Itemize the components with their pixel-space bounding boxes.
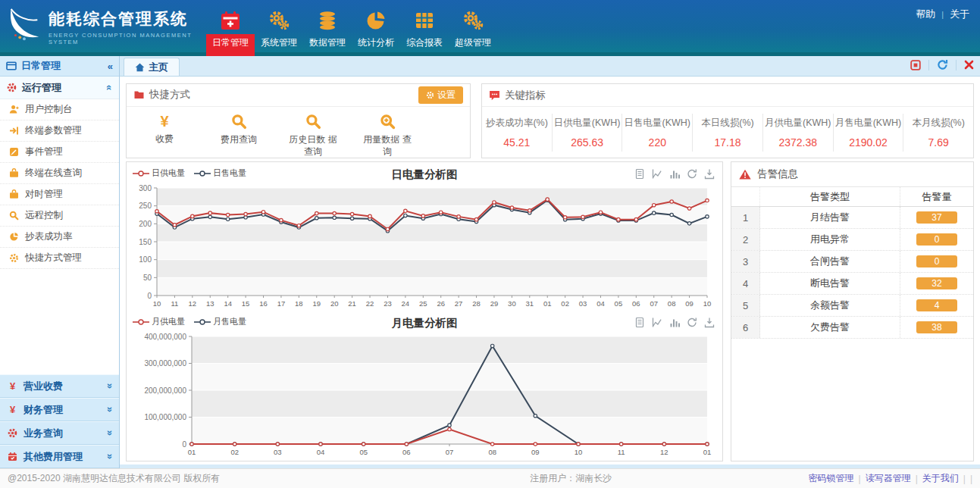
nav-item-comprehensive-reports[interactable]: 综合报表 (400, 7, 449, 52)
toolbox-dataview-icon[interactable] (634, 168, 645, 180)
legend-monthly-supply[interactable]: 月供电量 (133, 316, 185, 327)
shortcut-usage-data-query[interactable]: 用量数据 查询 (360, 113, 415, 158)
sidebar-section-other-fees-management[interactable]: 其他费用管理 « (0, 445, 119, 468)
sidebar-item-remote-control[interactable]: 远程控制 (0, 205, 119, 227)
legend-monthly-sale[interactable]: 月售电量 (194, 316, 246, 327)
svg-text:25: 25 (419, 299, 427, 308)
sidebar-item-terminal-parameters[interactable]: 终端参数管理 (0, 120, 119, 142)
sidebar-item-shortcut-management[interactable]: 快捷方式管理 (0, 248, 119, 269)
toolbox-restore-icon[interactable] (687, 317, 697, 328)
legend-label: 日供电量 (152, 167, 185, 179)
alarm-info-panel: 告警信息 告警类型 告警量 1 月结告警 37 (731, 161, 974, 461)
alarm-type: 合闸告警 (760, 251, 900, 272)
nav-item-super-management[interactable]: 超级管理 (449, 7, 497, 52)
chevron-down-icon: « (103, 430, 114, 436)
alarm-count-badge[interactable]: 37 (916, 211, 957, 224)
table-row[interactable]: 4 断电告警 32 (731, 273, 973, 295)
svg-text:15: 15 (242, 299, 250, 308)
sidebar-section-finance-management[interactable]: ¥ 财务管理 « (0, 398, 119, 421)
alarm-type: 断电告警 (760, 273, 900, 294)
row-index: 3 (731, 251, 760, 272)
table-row[interactable]: 1 月结告警 37 (731, 207, 973, 229)
shortcut-charge[interactable]: ¥ 收费 (137, 113, 192, 145)
table-row[interactable]: 3 合闸告警 0 (731, 251, 973, 273)
svg-text:07: 07 (650, 299, 658, 308)
sidebar-item-terminal-online-query[interactable]: 终端在线查询 (0, 163, 119, 184)
nav-label: 系统管理 (255, 34, 303, 52)
reader-management-link[interactable]: 读写器管理 (866, 472, 911, 485)
operation-icon (7, 83, 17, 92)
alarm-count-badge[interactable]: 38 (916, 321, 957, 333)
sidebar-item-time-sync-management[interactable]: 对时管理 (0, 184, 119, 205)
sidebar: 日常管理 « 运行管理 « 用户控制台 终端参数管理 事件管理 终端在线查询 (0, 56, 120, 468)
search-icon (231, 113, 247, 131)
toolbox-line-icon[interactable] (652, 317, 662, 328)
alarm-count-badge[interactable]: 4 (916, 299, 957, 311)
sidebar-section-business-charging[interactable]: ¥ 营业收费 « (0, 374, 119, 398)
close-icon[interactable] (964, 60, 974, 70)
alarm-count-badge[interactable]: 0 (916, 255, 957, 267)
about-us-link[interactable]: 关于我们 (922, 472, 959, 485)
gears-icon (462, 7, 484, 34)
metric-value: 7.69 (928, 136, 949, 149)
settings-button[interactable]: 设置 (418, 86, 463, 104)
sidebar-section-label: 其他费用管理 (23, 450, 83, 464)
briefcase-icon (9, 189, 19, 199)
nav-item-statistics-analysis[interactable]: 统计分析 (352, 7, 400, 52)
nav-item-data-management[interactable]: 数据管理 (303, 7, 352, 52)
table-row[interactable]: 6 欠费告警 38 (731, 317, 973, 339)
toolbox-restore-icon[interactable] (687, 168, 697, 180)
sidebar-collapse-button[interactable]: « (108, 61, 113, 72)
alarm-col-type: 告警类型 (760, 187, 900, 206)
alarm-count-badge[interactable]: 32 (916, 277, 957, 289)
shortcut-fee-query[interactable]: 费用查询 (211, 113, 266, 145)
toolbox-bar-icon[interactable] (669, 317, 680, 328)
chevron-down-icon: « (103, 454, 114, 459)
toolbox-download-icon[interactable] (704, 168, 715, 180)
sidebar-section-business-query[interactable]: 业务查询 « (0, 421, 119, 445)
tab-label: 主页 (149, 61, 168, 74)
toolbox-bar-icon[interactable] (669, 168, 680, 180)
sidebar-item-meter-reading-success-rate[interactable]: 抄表成功率 (0, 227, 119, 248)
svg-text:02: 02 (561, 299, 569, 308)
sidebar-section-operation-management[interactable]: 运行管理 « (0, 77, 119, 99)
password-lock-management-link[interactable]: 密码锁管理 (809, 472, 854, 485)
sidebar-item-event-management[interactable]: 事件管理 (0, 142, 119, 163)
sidebar-title: 日常管理 (21, 59, 61, 73)
nav-label: 日常管理 (206, 34, 255, 52)
metric-meter-success-rate: 抄表成功率(%) 45.21 (482, 114, 553, 152)
about-link[interactable]: 关于 (950, 8, 969, 21)
table-row[interactable]: 2 用电异常 0 (731, 229, 973, 251)
alarm-type: 余额告警 (760, 295, 900, 316)
toolbox-line-icon[interactable] (652, 168, 662, 180)
svg-text:50: 50 (143, 274, 152, 282)
svg-text:23: 23 (384, 299, 392, 308)
row-index: 4 (731, 273, 760, 294)
nav-label: 综合报表 (400, 34, 449, 52)
metric-value: 220 (649, 136, 666, 149)
daily-chart-plot[interactable]: 0501001502002503001011121314151617181920… (131, 183, 718, 309)
nav-item-daily-management[interactable]: 日常管理 (206, 7, 255, 52)
edit-icon (9, 147, 19, 157)
alarm-count-badge[interactable]: 0 (916, 233, 957, 246)
row-index: 1 (731, 207, 760, 228)
shortcut-label: 费用查询 (221, 133, 257, 145)
exit-fullscreen-icon[interactable] (910, 60, 921, 70)
help-link[interactable]: 帮助 (916, 8, 935, 21)
refresh-icon[interactable] (937, 59, 948, 70)
svg-text:09: 09 (685, 299, 694, 308)
legend-daily-sale[interactable]: 日售电量 (194, 167, 246, 179)
svg-text:29: 29 (490, 299, 499, 308)
monthly-chart-plot[interactable]: 0100,000,000200,000,000300,000,000400,00… (131, 332, 718, 458)
toolbox-download-icon[interactable] (704, 317, 715, 328)
sidebar-item-user-console[interactable]: 用户控制台 (0, 99, 119, 120)
toolbox-dataview-icon[interactable] (634, 317, 645, 328)
metric-value: 2190.02 (849, 136, 888, 149)
tab-home[interactable]: 主页 (124, 58, 180, 76)
shortcut-history-daily-data-query[interactable]: 历史日数 据查询 (286, 113, 340, 158)
nav-item-system-management[interactable]: 系统管理 (255, 7, 303, 52)
legend-daily-supply[interactable]: 日供电量 (133, 167, 185, 179)
table-row[interactable]: 5 余额告警 4 (731, 295, 973, 317)
app-title: 能耗综合管理系统 (49, 8, 199, 30)
alarm-type: 月结告警 (760, 207, 900, 228)
